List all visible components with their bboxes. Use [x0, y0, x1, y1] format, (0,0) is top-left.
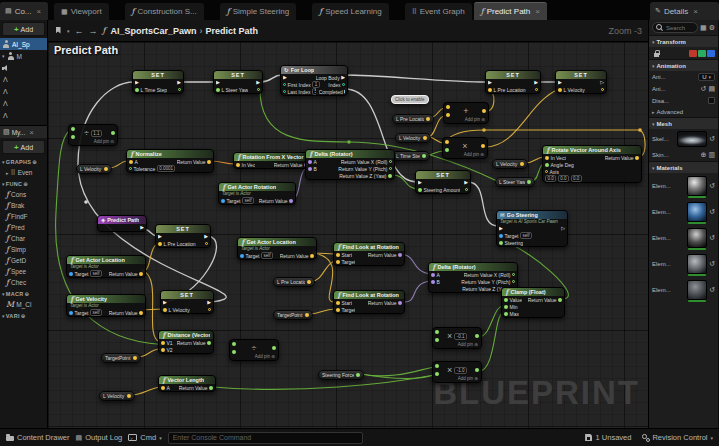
- data-pin[interactable]: [426, 117, 430, 121]
- data-pin[interactable]: [545, 163, 549, 167]
- pin-value-input[interactable]: 1: [312, 81, 320, 88]
- data-pin[interactable]: [69, 311, 73, 315]
- vector-component-input[interactable]: 0.0: [558, 175, 569, 182]
- reset-icon[interactable]: ↺: [709, 260, 715, 268]
- delta-rotator-a[interactable]: ƒDelta (Rotator)AReturn Value X (Roll)BR…: [305, 149, 395, 180]
- get-actor-location-b[interactable]: ƒGet Actor LocationTarget is ActorTarget…: [66, 255, 146, 278]
- section-transform[interactable]: ▾ Transform: [649, 35, 718, 47]
- data-pin[interactable]: [512, 280, 515, 283]
- get-l-pre-location-a[interactable]: L Pre Location: [392, 114, 434, 124]
- data-pin[interactable]: [129, 167, 132, 170]
- forward-button[interactable]: →: [89, 26, 98, 36]
- data-pin[interactable]: [601, 88, 604, 91]
- component-item[interactable]: [0, 110, 47, 122]
- exec-pin[interactable]: ▶: [341, 75, 345, 80]
- data-pin[interactable]: [398, 253, 402, 257]
- data-pin[interactable]: [133, 356, 137, 360]
- exec-pin[interactable]: ▷: [600, 80, 604, 85]
- vector-component-input[interactable]: 0.0: [571, 175, 582, 182]
- data-pin[interactable]: [481, 144, 485, 148]
- data-pin[interactable]: [305, 313, 309, 317]
- revision-control-button[interactable]: Revision Control ▾: [641, 433, 713, 442]
- gear-icon[interactable]: ⚙: [709, 24, 715, 32]
- axis-field[interactable]: [689, 50, 697, 57]
- grid-icon[interactable]: ▦: [700, 24, 707, 32]
- data-pin[interactable]: [208, 308, 211, 311]
- data-pin[interactable]: [336, 260, 340, 264]
- add-float-a[interactable]: +Add pin ⊕: [443, 102, 489, 124]
- data-pin[interactable]: [431, 280, 435, 284]
- exec-pin[interactable]: ▶: [140, 225, 144, 230]
- predict-path-event[interactable]: ◈Predict Path▶: [97, 215, 147, 232]
- sidebar-item-function-spee[interactable]: ƒSpee: [0, 266, 47, 277]
- data-pin[interactable]: [69, 272, 73, 276]
- add-pin-button[interactable]: Add pin ⊕: [433, 376, 481, 382]
- back-button[interactable]: ←: [75, 26, 84, 36]
- sidebar-item-function-char[interactable]: ƒChar: [0, 233, 47, 244]
- data-pin[interactable]: [129, 160, 133, 164]
- reset-icon[interactable]: ↺: [709, 208, 715, 216]
- exec-pin[interactable]: ▶: [177, 80, 181, 85]
- tab-event-graph[interactable]: ⠿Event Graph: [405, 3, 472, 20]
- data-pin[interactable]: [336, 253, 340, 257]
- data-pin[interactable]: [158, 242, 162, 246]
- data-pin[interactable]: [257, 88, 260, 91]
- divide-b[interactable]: ÷Add pin ⊕: [229, 339, 279, 361]
- rotate-vector-around-axis[interactable]: ƒRotate Vector Around AxisIn VectReturn …: [542, 145, 642, 183]
- data-pin[interactable]: [488, 88, 492, 92]
- exec-pin[interactable]: ▶: [256, 80, 260, 85]
- divide-a[interactable]: ÷1.1Add pin ⊖: [68, 124, 118, 146]
- data-pin[interactable]: [289, 199, 293, 203]
- data-pin[interactable]: [558, 88, 562, 92]
- output-log-button[interactable]: ▤ Output Log: [76, 433, 123, 442]
- sidebar-item-macro[interactable]: M M_Cl: [0, 299, 47, 310]
- set-steering-amount[interactable]: SET▶▶Steering Amount: [415, 170, 471, 194]
- data-pin[interactable]: [535, 88, 538, 91]
- data-pin[interactable]: [435, 330, 439, 334]
- breadcrumb[interactable]: AI_SportsCar_Pawn›Predict Path: [110, 26, 258, 36]
- data-pin[interactable]: [209, 386, 213, 390]
- reset-icon[interactable]: ↺: [709, 182, 715, 190]
- caret-down-icon[interactable]: ▾: [67, 28, 70, 34]
- get-l-time-step[interactable]: L Time Step: [392, 151, 430, 161]
- details-search-input[interactable]: Search: [652, 22, 698, 33]
- data-pin[interactable]: [139, 272, 143, 276]
- reroute-dot[interactable]: [347, 140, 351, 144]
- data-pin[interactable]: [240, 254, 244, 258]
- get-target-point-b[interactable]: TargetPoint: [101, 353, 141, 363]
- data-pin[interactable]: [236, 163, 240, 167]
- set-l-steer-yaw[interactable]: SET▶▶L Steer Yaw: [213, 70, 263, 94]
- bookmark-icon[interactable]: [54, 27, 62, 35]
- data-pin[interactable]: [504, 305, 508, 309]
- multiply-c[interactable]: ×-1.0Add pin ⊕: [432, 361, 482, 383]
- tab-my-blueprint[interactable]: ▨ My... ×: [0, 125, 47, 138]
- data-pin[interactable]: [431, 273, 435, 277]
- exec-pin[interactable]: ▶: [534, 80, 538, 85]
- animation-mode-dropdown[interactable]: U▾: [698, 73, 715, 81]
- data-pin[interactable]: [178, 88, 181, 91]
- advanced-expander[interactable]: ▸ Advanced: [649, 106, 718, 117]
- pin-value-input[interactable]: self: [242, 197, 254, 204]
- distance-vector[interactable]: ƒDistance (Vector)V1Return ValueV2: [158, 330, 214, 354]
- get-target-point-a[interactable]: TargetPoint: [273, 310, 313, 320]
- tab-components-panel[interactable]: ▤ Co... ×: [0, 2, 48, 20]
- tab-predict-path[interactable]: ƒPredict Path×: [474, 2, 547, 20]
- data-pin[interactable]: [512, 273, 515, 276]
- data-pin[interactable]: [558, 298, 562, 302]
- close-icon[interactable]: ×: [693, 7, 698, 16]
- section-variables[interactable]: ▾ VARI ⊕: [0, 310, 47, 321]
- exec-pin[interactable]: ▶: [207, 300, 211, 305]
- plus-circle-icon[interactable]: ⊕: [25, 291, 30, 297]
- exec-pin[interactable]: ▷: [561, 226, 565, 231]
- data-pin[interactable]: [418, 188, 422, 192]
- data-pin[interactable]: [336, 308, 340, 312]
- get-l-steer-yaw[interactable]: L Steer Yaw: [495, 177, 535, 187]
- blueprint-canvas[interactable]: Predict Path BLUEPRINT SET▶▶L Time StepS…: [48, 42, 648, 428]
- close-icon[interactable]: ×: [535, 7, 540, 16]
- exec-pin[interactable]: ▶: [344, 89, 345, 94]
- data-pin[interactable]: [221, 199, 225, 203]
- add-pin-button[interactable]: Add pin ⊕: [443, 152, 487, 158]
- section-graphs[interactable]: ▾ GRAPHS ⊕: [0, 156, 47, 167]
- reroute-dot[interactable]: [84, 200, 88, 204]
- pin-value-input[interactable]: self: [90, 270, 102, 277]
